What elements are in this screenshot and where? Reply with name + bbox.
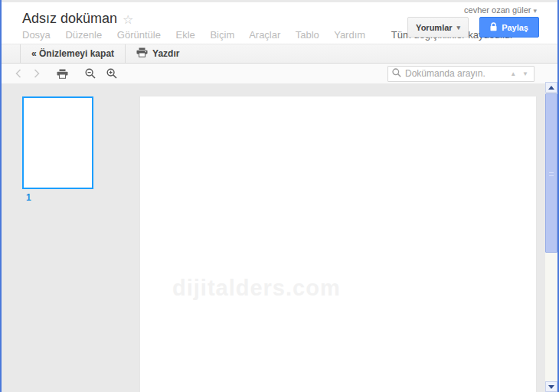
menu-bicim[interactable]: Biçim [210, 29, 234, 41]
menu-araclar[interactable]: Araçlar [249, 29, 280, 41]
zoom-in-icon[interactable] [106, 68, 117, 79]
scrollbar-thumb[interactable] [545, 93, 557, 253]
star-icon[interactable]: ☆ [123, 12, 133, 27]
printer-icon[interactable] [57, 69, 68, 79]
account-name: cevher ozan güler [464, 5, 531, 15]
search-icon [392, 67, 401, 80]
preview-toolbar: « Önizlemeyi kapat Yazdır [2, 44, 557, 64]
comments-button[interactable]: Yorumlar ▾ [407, 17, 469, 38]
menu-tablo[interactable]: Tablo [296, 29, 319, 41]
scrollbar-track[interactable] [545, 93, 557, 381]
zoom-out-icon[interactable] [85, 68, 96, 79]
search-next-icon[interactable]: ▼ [522, 70, 528, 77]
menu-dosya[interactable]: Dosya [22, 29, 51, 41]
scroll-down-button[interactable] [545, 381, 557, 392]
app-window: Adsız doküman ☆ Dosya Düzenle Görüntüle … [0, 0, 559, 392]
watermark-text: dijitalders.com [172, 276, 341, 301]
header: Adsız doküman ☆ Dosya Düzenle Görüntüle … [2, 2, 557, 44]
menu-ekle[interactable]: Ekle [176, 29, 195, 41]
scroll-up-icon [548, 86, 554, 90]
chevron-down-icon: ▾ [533, 7, 537, 15]
share-button[interactable]: Paylaş [479, 17, 539, 38]
search-input[interactable] [405, 68, 510, 79]
chevron-down-icon: ▾ [457, 24, 461, 31]
menu-yardim[interactable]: Yardım [334, 29, 365, 41]
previous-page-icon[interactable] [15, 69, 21, 78]
page-thumbnail[interactable] [22, 96, 93, 189]
window-frame-left [0, 0, 2, 392]
preview-content: 1 dijitalders.com [2, 83, 557, 392]
close-preview-button[interactable]: « Önizlemeyi kapat [21, 44, 125, 63]
lock-icon [490, 22, 497, 33]
vertical-scrollbar[interactable] [545, 82, 557, 392]
scroll-up-button[interactable] [545, 82, 557, 93]
menu-goruntule[interactable]: Görüntüle [117, 29, 161, 41]
search-spinner: ▲ ▼ [510, 70, 528, 77]
account-menu[interactable]: cevher ozan güler▾ [464, 5, 537, 15]
search-prev-icon[interactable]: ▲ [510, 70, 516, 77]
printer-icon [136, 47, 148, 60]
document-title[interactable]: Adsız doküman [22, 11, 117, 27]
nav-toolbar: ▲ ▼ [2, 64, 557, 83]
document-page: dijitalders.com [140, 96, 536, 392]
header-buttons: Yorumlar ▾ Paylaş [407, 17, 539, 38]
document-search-box[interactable]: ▲ ▼ [387, 66, 534, 82]
scrollbar-grip [549, 172, 554, 176]
next-page-icon[interactable] [34, 69, 40, 78]
page-thumbnail-number: 1 [26, 192, 31, 203]
window-frame-top [0, 0, 559, 2]
print-button[interactable]: Yazdır [126, 44, 190, 63]
scroll-down-icon [548, 385, 554, 389]
menu-duzenle[interactable]: Düzenle [65, 29, 102, 41]
